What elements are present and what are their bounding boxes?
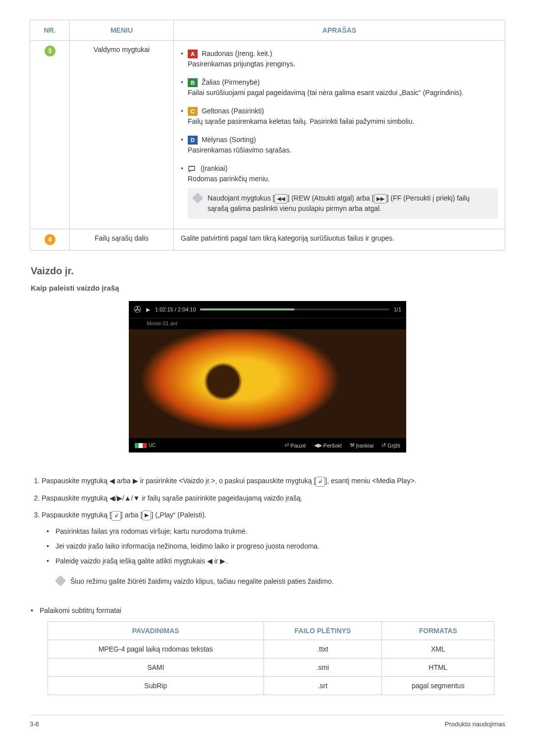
note-b: ] (REW (Atsukti atgal) arba [ [287, 194, 374, 202]
red-key-icon: A [188, 50, 198, 58]
pause-icon: ⏎ [284, 442, 289, 449]
sub-title: Kaip paleisti vaizdo įrašą [31, 284, 505, 292]
note-box: Naudojant mygtukus [◀◀] (REW (Atsukti at… [188, 188, 498, 219]
flag-icon [135, 443, 147, 448]
tools-label: Įrankiai [356, 443, 374, 449]
table-row: 4 Failų sąrašų dalis Galite patvirtinti … [30, 229, 505, 251]
note-a: Naudojant mygtukus [ [208, 194, 274, 202]
jump-label: Peršokt [323, 443, 342, 449]
rew-icon: ◀◀ [274, 194, 287, 203]
enter-icon: ↲ [111, 511, 121, 521]
enter-icon: ↲ [316, 477, 325, 487]
yellow-title: Geltonas (Pasirinkti) [202, 107, 264, 115]
page-title: Vaizdo įr. [31, 265, 505, 277]
uc-label: UC [149, 443, 156, 448]
table-row: SubRip .srt pagal segmentus [48, 677, 494, 695]
footer-section: Produkto naudojimas [445, 720, 505, 728]
yellow-text: Failų sąraše pasirenkama keletas failų. … [188, 117, 415, 125]
back-label: Grįžti [387, 443, 400, 449]
subtitle-formats-label: Palaikomi subtitrų formatai [31, 605, 505, 616]
pause-label: Pauzė [290, 443, 306, 449]
table-row: 3 Valdymo mygtukai A Raudonas (Įreng. ke… [30, 41, 505, 229]
reel-icon: ✇ [134, 304, 141, 315]
controls-table: NR. MENIU APRAŠAS 3 Valdymo mygtukai A R… [30, 20, 505, 251]
progress-bar [200, 308, 389, 310]
th-menu: MENIU [70, 20, 174, 41]
note-icon [192, 193, 204, 204]
return-icon: ↺ [381, 442, 386, 449]
right-arrow-icon: ▶ [220, 555, 225, 566]
subtitle-formats-table: PAVADINIMAS FAILO PLĖTINYS FORMATAS MPEG… [48, 621, 494, 695]
step-1: Paspauskite mygtuką ◀ arba ▶ ir pasirink… [42, 472, 505, 490]
tools-icon [188, 165, 197, 173]
player-count: 1/1 [394, 306, 401, 312]
th-name: PAVADINIMAS [48, 622, 264, 640]
blue-text: Pasirenkamas rūšiavimo sąrašas. [188, 146, 291, 154]
step-3: Paspauskite mygtuką [↲] arba [▶] („Play“… [42, 506, 505, 597]
tools-btn-icon: ⚒ [350, 442, 355, 449]
play-button-icon: ▶ [142, 510, 151, 520]
green-title: Žalias (Pirmenybė) [202, 78, 260, 86]
note-icon [55, 575, 66, 586]
th-nr: NR. [30, 20, 70, 41]
player-frame [129, 329, 406, 438]
tools-title: (Įrankiai) [201, 164, 227, 172]
up-arrow-icon: ▲ [124, 493, 131, 504]
th-ext: FAILO PLĖTINYS [264, 622, 382, 640]
green-key-icon: B [188, 78, 198, 87]
tools-text: Rodomas parinkčių meniu. [188, 175, 270, 183]
green-text: Failai surūšiuojami pagal pageidavimą (t… [188, 89, 464, 97]
page-footer: 3-6 Produkto naudojimas [30, 715, 505, 728]
table-row: SAMI .smi HTML [48, 658, 494, 677]
steps-list: Paspauskite mygtuką ◀ arba ▶ ir pasirink… [31, 472, 505, 597]
menu-label: Failų sąrašų dalis [70, 229, 174, 251]
desc-list: A Raudonas (Įreng. keit.) Pasirenkamas p… [181, 46, 498, 224]
left-arrow-icon: ◀ [109, 475, 115, 486]
blue-key-icon: D [188, 136, 198, 145]
ff-icon: ▶▶ [374, 194, 387, 203]
blue-title: Mėlynas (Sorting) [202, 136, 256, 144]
page-number: 3-6 [30, 720, 39, 728]
sub-bullet: Jei vaizdo įrašo laiko informacija nežin… [47, 539, 505, 554]
sub-bullet: Pasirinktas failas yra rodomas viršuje; … [47, 524, 505, 539]
down-arrow-icon: ▼ [133, 493, 140, 504]
yellow-key-icon: C [188, 107, 198, 116]
player-filename: Movie 01.avi [129, 318, 406, 329]
th-fmt: FORMATAS [382, 622, 494, 640]
th-desc: APRAŠAS [174, 20, 505, 41]
lr-icon: ◀▶ [314, 442, 322, 449]
play-icon: ▶ [146, 306, 150, 313]
table-row: MPEG-4 pagal laiką rodomas tekstas .ttxt… [48, 640, 494, 658]
left-arrow-icon: ◀ [109, 493, 115, 504]
step-2: Paspauskite mygtuką ◀/▶/▲/▼ ir failų sąr… [42, 490, 505, 506]
red-text: Pasirenkamas prijungtas įrenginys. [188, 60, 295, 68]
video-player: ✇ ▶ 1:02:15 / 2:04:10 1/1 Movie 01.avi U… [129, 301, 406, 453]
note-row: Šiuo režimu galite žiūrėti žaidimų vaizd… [56, 576, 505, 587]
badge-4: 4 [45, 234, 55, 245]
red-title: Raudonas (Įreng. keit.) [202, 50, 272, 57]
sub-bullet: Paleidę vaizdo įrašą iešką galite atlikt… [47, 554, 505, 568]
right-arrow-icon: ▶ [117, 493, 122, 504]
right-arrow-icon: ▶ [133, 475, 138, 486]
left-arrow-icon: ◀ [207, 555, 213, 566]
player-time: 1:02:15 / 2:04:10 [155, 306, 196, 312]
menu-label: Valdymo mygtukai [70, 41, 174, 229]
row4-desc: Galite patvirtinti pagal tam tikrą kateg… [174, 229, 505, 251]
badge-3: 3 [45, 46, 55, 56]
